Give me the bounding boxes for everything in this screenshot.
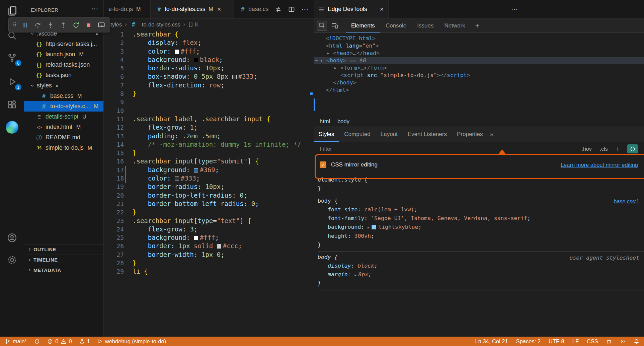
color-swatch[interactable] [217,244,221,249]
code-line-20[interactable]: 20 border-top-left-radius: 0; [104,191,314,200]
color-swatch[interactable] [372,225,376,229]
source-control-icon[interactable]: 6 [0,50,24,66]
drag-handle-icon[interactable]: ⠿ [11,21,18,28]
css-property-margin[interactable]: margin: ▸8px; [318,270,644,279]
code-line-18[interactable]: 18 color: #333; [104,174,314,183]
new-style-rule-icon[interactable]: + [616,145,620,153]
sync-indicator[interactable] [34,339,40,344]
stylesheet-link[interactable]: base.css:1 [614,197,639,206]
code-line-22[interactable]: 22} [104,208,314,216]
open-changes-icon[interactable] [275,6,281,13]
code-line-27[interactable]: 27 border-width: 1px 0; [104,251,314,259]
styles-tab-layout[interactable]: Layout [376,127,403,142]
devtools-tab-issues[interactable]: Issues [412,19,439,32]
style-rule-2[interactable]: body {user agent stylesheetdisplay: bloc… [318,252,644,290]
code-line-10[interactable]: 10 [104,107,314,115]
cursor-position[interactable]: Ln 34, Col 21 [475,338,508,345]
bell-icon[interactable] [634,339,639,344]
code-line-6[interactable]: 6 box-shadow: 0 5px 8px #333; [104,72,314,81]
styles-tab-event-listeners[interactable]: Event Listeners [403,127,452,142]
code-line-28[interactable]: 28} [104,259,314,267]
styles-tab-properties[interactable]: Properties [452,127,488,142]
beaker-indicator[interactable]: 1 [79,338,90,345]
account-icon[interactable] [0,230,24,246]
file-row-styles[interactable]: ›styles● [24,80,103,91]
styles-tab-computed[interactable]: Computed [339,127,375,142]
file-row-launch-json[interactable]: {}launch.jsonM [24,49,103,60]
step-over-button[interactable] [32,19,44,31]
problems-indicator[interactable]: 0 0 [47,338,72,345]
css-property-height[interactable]: height: 300vh; [318,232,644,240]
devtools-tab[interactable]: Edge DevTools × [314,0,389,18]
sidebar-section-timeline[interactable]: ›TIMELINE [24,255,103,265]
code-line-25[interactable]: 25 background: #fff; [104,233,314,242]
close-icon[interactable]: × [217,6,221,13]
encoding[interactable]: UTF-8 [549,338,564,345]
color-swatch[interactable] [194,236,198,240]
file-row-to-do-styles-c-[interactable]: #to-do-styles.c...M [24,101,103,112]
css-property-font-family[interactable]: font-family: 'Segoe UI', Tahoma, Geneva,… [318,214,644,223]
code-line-12[interactable]: 12 flex-grow: 1; [104,123,314,132]
bug-icon[interactable] [606,339,612,344]
file-row-http-server-tasks-j-[interactable]: {}http-server-tasks.j... [24,39,103,49]
add-tab-icon[interactable]: + [471,22,484,30]
code-editor[interactable]: 1.searchbar {2 display: flex;3 color: #f… [104,30,314,337]
split-editor-icon[interactable] [288,6,295,13]
expand-icon[interactable]: ▸ [368,225,370,230]
breadcrumb-symbol[interactable]: li [188,21,197,28]
crumb-body[interactable]: body [337,118,349,125]
color-swatch[interactable] [175,50,179,54]
devtools-more-icon[interactable]: ⋯ [511,0,518,19]
step-into-button[interactable] [45,19,56,31]
tab-e-to-do-js[interactable]: e-to-do.jsM [104,0,151,18]
dom-node-4[interactable]: ▸<form>…</form> [314,64,644,72]
code-line-9[interactable]: 9 [104,98,314,106]
inspect-element-icon[interactable] [317,21,327,31]
sash-indicator[interactable] [314,98,315,111]
crumb-html[interactable]: html [320,118,330,125]
code-line-4[interactable]: 4 background: black; [104,56,314,64]
settings-gear-icon[interactable] [0,252,24,268]
device-emulation-icon[interactable] [330,21,340,31]
tab-to-do-styles-css[interactable]: #to-do-styles.cssM× [151,0,234,18]
dom-node-2[interactable]: ▸<head>…</head> [314,50,644,57]
devtools-tab-console[interactable]: Console [380,19,412,32]
code-line-2[interactable]: 2 display: flex; [104,39,314,47]
pause-button[interactable] [19,19,31,31]
twisty-closed-icon[interactable]: ▸ [334,64,340,72]
restart-button[interactable] [70,19,82,31]
debug-toolbar[interactable]: ⠿ [8,17,110,32]
eol-sequence[interactable]: LF [572,338,579,345]
dom-node-6[interactable]: </body> [314,79,644,86]
twisty-closed-icon[interactable]: ▸ [327,50,333,57]
style-rule-0[interactable]: element.style {} [318,174,644,195]
code-line-8[interactable]: 8} [104,89,314,98]
code-line-24[interactable]: 24 flex-grow: 3; [104,225,314,233]
code-line-13[interactable]: 13 padding: .2em .5em; [104,132,314,140]
code-line-23[interactable]: 23.searchbar input[type="text"] { [104,217,314,225]
code-line-5[interactable]: 5 border-radius: 10px; [104,64,314,72]
debug-session-indicator[interactable]: webdebug (simple-to-do) [97,338,166,345]
color-swatch[interactable] [175,177,179,181]
css-property-font-size[interactable]: font-size: calc(1em + 1vw); [318,205,644,214]
devtools-tab-network[interactable]: Network [439,19,470,32]
styles-filter-input[interactable]: Filter [320,146,573,152]
dom-node-0[interactable]: <!DOCTYPE html> [314,35,644,42]
sidebar-section-metadata[interactable]: ›METADATA [24,265,103,275]
file-row-reload-tasks-json[interactable]: {}reload-tasks.json [24,60,103,70]
file-row-simple-to-do-js[interactable]: JSsimple-to-do.jsM [24,143,103,153]
style-rule-1[interactable]: body {base.css:1font-size: calc(1em + 1v… [318,195,644,252]
code-line-21[interactable]: 21 border-bottom-left-radius: 0; [104,200,314,208]
color-swatch[interactable] [232,75,237,79]
language-mode[interactable]: CSS [587,338,598,345]
toggle-class-button[interactable]: .cls [600,146,608,152]
expand-icon[interactable]: ▸ [354,273,356,277]
code-line-17[interactable]: 17 background: #369; [104,166,314,174]
more-icon[interactable]: ⋯ [315,57,318,64]
color-swatch[interactable] [194,58,198,62]
breadcrumb-file[interactable]: #to-do-styles.css [130,21,180,28]
code-line-26[interactable]: 26 border: 1px solid #ccc; [104,242,314,250]
code-line-11[interactable]: 11.searchbar label, .searchbar input { [104,115,314,123]
file-row-index-html[interactable]: <>index.htmlM [24,122,103,132]
explorer-icon[interactable] [0,3,24,19]
